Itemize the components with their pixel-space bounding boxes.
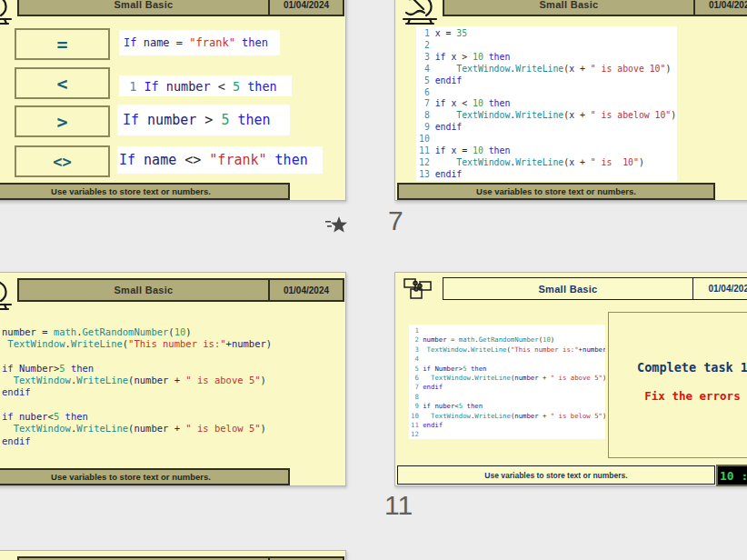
- puzzle-icon: [402, 277, 434, 301]
- slide-thumbnail-12[interactable]: Small Basic 01/04/2024 Use variables to …: [0, 550, 346, 560]
- slide-sorter-canvas: Small Basic 01/04/2024 = < > <> If name …: [0, 0, 747, 560]
- slide-date: 01/04/2024: [268, 0, 343, 15]
- task-title: Complete task 1: [637, 360, 747, 375]
- slide-thumbnail-11[interactable]: Small Basic 01/04/2024 1 2 number = math…: [394, 272, 747, 486]
- countdown-timer: 10 :: [716, 465, 747, 486]
- operator-box-equals: =: [15, 28, 110, 60]
- slide-title: Small Basic: [19, 0, 268, 15]
- slide-date: 01/04/2024: [268, 280, 343, 300]
- microscope-icon: [0, 275, 15, 313]
- transition-star-icon[interactable]: [322, 215, 349, 238]
- slide-footer: Use variables to store text or numbers.: [397, 183, 715, 200]
- operator-box-notequal: <>: [15, 145, 110, 177]
- slide-thumbnail-6[interactable]: Small Basic 01/04/2024 = < > <> If name …: [0, 0, 346, 201]
- slide-header: Small Basic 01/04/2024: [17, 278, 344, 302]
- code-block: 1 x = 35 2 3 if x > 10 then 4 TextWindow…: [416, 26, 677, 181]
- task-panel: Complete task 1 Fix the errors: [608, 312, 747, 458]
- slide-header: Small Basic 01/04/2024: [443, 277, 747, 300]
- code-example-notequal: If name <> "frank" then: [117, 146, 323, 174]
- slide-header: Small Basic 01/04/2024: [443, 0, 747, 16]
- microscope-icon: [0, 553, 15, 560]
- slide-number-11: 11: [384, 490, 413, 521]
- slide-date: 01/04/2024: [693, 0, 747, 15]
- code-example-equals: If name = "frank" then: [119, 30, 280, 55]
- code-example-greater: If number > 5 then: [117, 105, 290, 135]
- code-block: 1 2 number = math.GetRandomNumber(10) 3 …: [409, 325, 605, 439]
- task-instruction: Fix the errors: [644, 389, 740, 403]
- slide-footer: Use variables to store text or numbers.: [0, 468, 290, 485]
- slide-title: Small Basic: [19, 280, 268, 300]
- slide-thumbnail-10[interactable]: Small Basic 01/04/2024 number = math.Get…: [0, 272, 346, 486]
- microscope-icon: [399, 0, 441, 27]
- code-block: number = math.GetRandomNumber(10) TextWi…: [2, 326, 272, 447]
- slide-header: Small Basic 01/04/2024: [17, 556, 344, 560]
- slide-title: Small Basic: [443, 278, 692, 299]
- slide-date: 01/04/2024: [692, 278, 747, 299]
- slide-header: Small Basic 01/04/2024: [17, 0, 344, 16]
- slide-footer: Use variables to store text or numbers.: [0, 183, 290, 200]
- microscope-icon: [0, 0, 15, 27]
- slide-title: Small Basic: [444, 0, 693, 15]
- code-example-less: 1 If number < 5 then: [119, 75, 292, 96]
- slide-footer: Use variables to store text or numbers.: [397, 465, 715, 485]
- slide-thumbnail-7[interactable]: Small Basic 01/04/2024 1 x = 35 2 3 if x…: [394, 0, 747, 201]
- operator-box-less: <: [15, 67, 110, 99]
- operator-box-greater: >: [15, 105, 110, 137]
- slide-number-7: 7: [388, 205, 403, 236]
